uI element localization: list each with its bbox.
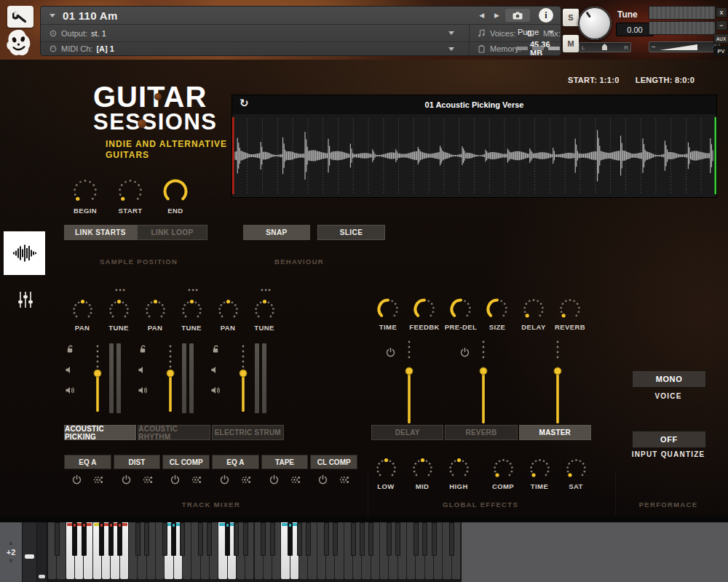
master-volume-slider[interactable]: − +: [649, 41, 720, 52]
tab-reverb[interactable]: REVERB: [445, 425, 517, 440]
speaker-icon[interactable]: [138, 366, 148, 374]
power-icon[interactable]: [170, 475, 180, 485]
snapshot-camera-button[interactable]: [505, 9, 530, 22]
channel-menu-icon[interactable]: •••: [110, 282, 132, 295]
aux-button[interactable]: AUX: [713, 33, 728, 44]
keyboard-scrollbar-secondary[interactable]: [37, 522, 47, 582]
volume-wedge[interactable]: [660, 44, 697, 50]
purge-button[interactable]: Purge: [518, 28, 539, 36]
fx-settings-icon[interactable]: [241, 475, 251, 485]
black-key[interactable]: [225, 522, 230, 556]
tab-acoustic-picking[interactable]: ACOUSTIC PICKING: [64, 425, 136, 440]
black-key[interactable]: [234, 522, 239, 556]
waveform-body[interactable]: [232, 114, 716, 197]
power-icon[interactable]: [460, 348, 470, 357]
black-key[interactable]: [449, 522, 454, 556]
high-knob[interactable]: HIGH: [440, 457, 477, 490]
black-key[interactable]: [55, 522, 60, 556]
fx-slot-tape[interactable]: TAPE: [261, 455, 309, 469]
purge-dropdown-caret[interactable]: [548, 31, 554, 34]
black-key[interactable]: [368, 522, 373, 556]
mute-button[interactable]: M: [562, 34, 579, 53]
fx-settings-icon[interactable]: [290, 475, 301, 485]
speaker-loud-icon[interactable]: [66, 386, 75, 394]
waveform-display[interactable]: ↻ 01 Acoustic Picking Verse: [232, 95, 717, 198]
volume-slider[interactable]: [90, 343, 105, 415]
pv-button[interactable]: PV: [713, 46, 728, 57]
power-icon[interactable]: [318, 475, 328, 485]
tune-knob[interactable]: TUNE: [173, 298, 210, 332]
power-icon[interactable]: [72, 475, 82, 485]
black-key[interactable]: [144, 522, 149, 556]
power-icon[interactable]: [386, 348, 395, 357]
refresh-icon[interactable]: ↻: [240, 97, 249, 110]
time-knob[interactable]: TIME: [521, 457, 558, 490]
black-key[interactable]: [261, 522, 266, 556]
solo-button[interactable]: S: [562, 8, 579, 27]
power-icon[interactable]: [122, 475, 131, 485]
fx-settings-icon[interactable]: [143, 475, 153, 485]
link-starts-button[interactable]: LINK STARTS: [64, 225, 137, 240]
black-key[interactable]: [243, 522, 248, 556]
lock-open-icon[interactable]: [212, 345, 221, 354]
tune-knob[interactable]: TUNE: [100, 298, 137, 332]
piano-keyboard[interactable]: [48, 522, 461, 582]
speaker-icon[interactable]: [211, 366, 221, 374]
comp-knob[interactable]: COMP: [485, 457, 521, 490]
tune-knob[interactable]: TUNE: [246, 298, 282, 332]
fx-slot-cl-comp[interactable]: CL COMP: [310, 455, 357, 469]
power-icon[interactable]: [220, 475, 229, 485]
sat-knob[interactable]: SAT: [558, 457, 594, 490]
pan-knob[interactable]: PAN: [137, 298, 173, 332]
fx-slot-cl-comp[interactable]: CL COMP: [162, 455, 210, 469]
input-quantize-button[interactable]: OFF: [632, 431, 706, 448]
black-key[interactable]: [198, 522, 203, 556]
begin-knob[interactable]: BEGIN: [63, 178, 108, 215]
time-knob[interactable]: TIME: [370, 297, 406, 331]
tab-master[interactable]: MASTER: [519, 425, 591, 440]
transpose-control[interactable]: ▲ +2 ▼: [0, 522, 22, 582]
size-knob[interactable]: SIZE: [479, 297, 515, 331]
black-key[interactable]: [180, 522, 185, 556]
fx-slot-eq-a[interactable]: EQ A: [212, 455, 259, 469]
next-instrument-button[interactable]: ▶: [494, 12, 499, 19]
lock-open-icon[interactable]: [66, 345, 75, 354]
pan-center-handle[interactable]: [602, 44, 607, 50]
black-key[interactable]: [207, 522, 212, 556]
black-key[interactable]: [135, 522, 141, 556]
volume-slider[interactable]: [402, 339, 416, 426]
pre-del-knob[interactable]: PRE-DEL: [443, 297, 479, 331]
black-key[interactable]: [288, 522, 293, 556]
feedbk-knob[interactable]: FEEDBK: [406, 297, 443, 331]
prev-instrument-button[interactable]: ◀: [479, 12, 484, 19]
power-icon[interactable]: [269, 475, 279, 485]
black-key[interactable]: [333, 522, 338, 556]
volume-slider[interactable]: [476, 339, 491, 426]
scroll-handle[interactable]: [39, 575, 45, 578]
speaker-icon[interactable]: [66, 366, 75, 374]
black-key[interactable]: [270, 522, 275, 556]
volume-slider[interactable]: [163, 343, 178, 415]
pan-knob[interactable]: PAN: [210, 298, 246, 332]
master-pan-slider[interactable]: L R: [579, 42, 631, 52]
black-key[interactable]: [108, 522, 114, 556]
black-key[interactable]: [72, 522, 77, 556]
sidebar-tab-waveform[interactable]: [4, 231, 45, 275]
tab-acoustic-rhythm[interactable]: ACOUSTIC RHYTHM: [138, 425, 210, 440]
low-knob[interactable]: LOW: [368, 457, 404, 490]
black-key[interactable]: [324, 522, 329, 556]
fx-settings-icon[interactable]: [93, 475, 103, 485]
black-key[interactable]: [99, 522, 104, 556]
fx-settings-icon[interactable]: [191, 475, 202, 485]
output-dropdown-caret[interactable]: [448, 31, 454, 35]
delay-knob[interactable]: DELAY: [515, 297, 552, 331]
black-key[interactable]: [395, 522, 400, 556]
output-value[interactable]: st. 1: [91, 29, 106, 38]
black-key[interactable]: [171, 522, 176, 556]
scroll-handle[interactable]: [25, 554, 34, 559]
volume-minus[interactable]: −: [652, 43, 656, 51]
black-key[interactable]: [162, 522, 167, 556]
black-key[interactable]: [432, 522, 437, 556]
master-tune-knob[interactable]: [578, 7, 612, 40]
midi-dropdown-caret[interactable]: [448, 47, 454, 51]
